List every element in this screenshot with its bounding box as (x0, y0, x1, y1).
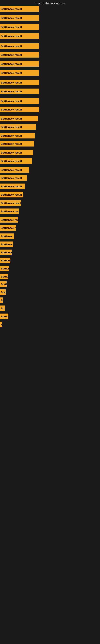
bottleneck-bar-0: Bottleneck result (0, 6, 39, 12)
bottleneck-bar-30: Bottlenec (0, 266, 9, 271)
bottleneck-bar-20: Bottleneck result (0, 184, 25, 189)
bottleneck-bar-1: Bottleneck result (0, 15, 39, 21)
bottleneck-bar-2: Bottleneck result (0, 24, 39, 30)
bottleneck-bar-37: B (0, 322, 2, 327)
bottleneck-bar-24: Bottleneck result (0, 217, 18, 222)
bottleneck-bar-9: Bottleneck result (0, 88, 39, 94)
bottleneck-bar-32: Bottl (0, 281, 7, 287)
bottleneck-bar-6: Bottleneck result (0, 61, 39, 66)
bottleneck-bar-7: Bottleneck result (0, 70, 39, 76)
bottleneck-bar-15: Bottleneck result (0, 141, 34, 146)
bottleneck-bar-19: Bottleneck result (0, 175, 27, 181)
bottleneck-bar-28: Bottleneck r (0, 250, 12, 255)
bottleneck-bar-4: Bottleneck result (0, 43, 39, 49)
bottleneck-bar-10: Bottleneck result (0, 98, 39, 104)
bottleneck-bar-27: Bottleneck re (0, 242, 13, 247)
bottleneck-bar-22: Bottleneck result (0, 200, 21, 206)
bottleneck-bar-3: Bottleneck result (0, 33, 39, 39)
bottleneck-bar-11: Bottleneck result (0, 107, 39, 112)
bottleneck-bar-29: Bottleneck res (0, 258, 10, 263)
bottleneck-bar-34: B (0, 298, 3, 303)
bottleneck-bar-14: Bottleneck result (0, 133, 35, 138)
bottleneck-bar-21: Bottleneck result (0, 192, 23, 198)
bottleneck-bar-31: Bottleneck re (0, 274, 8, 279)
bottleneck-bar-26: Bottlenec (0, 234, 14, 239)
bottleneck-bar-23: Bottleneck res (0, 208, 19, 214)
bottleneck-bar-13: Bottleneck result (0, 124, 36, 130)
bottleneck-bar-33: Bot (0, 290, 6, 295)
site-title: TheBottlenecker.com (0, 0, 100, 7)
bottleneck-bar-25: Bottleneck re (0, 225, 16, 231)
bottleneck-bar-12: Bottleneck result (0, 116, 38, 121)
bottleneck-bar-18: Bottleneck result (0, 167, 29, 173)
bottleneck-bar-36: Bottle (0, 314, 8, 319)
bottleneck-bar-17: Bottleneck result (0, 158, 32, 164)
bottleneck-bar-16: Bottleneck result (0, 150, 33, 155)
bottleneck-bar-8: Bottleneck result (0, 80, 39, 85)
bottleneck-bar-5: Bottleneck result (0, 52, 39, 58)
bottleneck-bar-35: Bo (0, 306, 5, 311)
